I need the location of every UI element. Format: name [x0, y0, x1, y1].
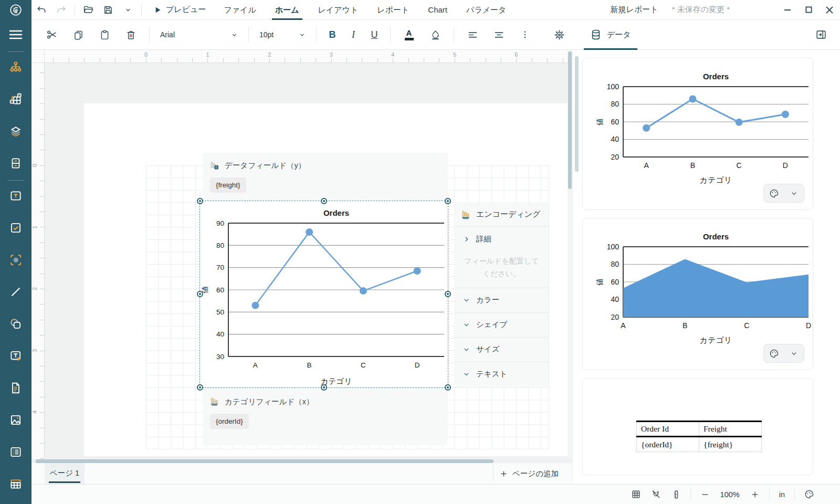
toggle-ruler-button[interactable] — [667, 487, 685, 502]
style-palette-button[interactable] — [764, 344, 784, 362]
toggle-grid-button[interactable] — [627, 487, 645, 502]
theme-palette-button[interactable] — [800, 487, 818, 502]
sidebar-item-richtext[interactable] — [0, 341, 32, 373]
maximize-button[interactable] — [798, 0, 819, 20]
sidebar-item-table[interactable] — [0, 469, 32, 501]
richtext-icon — [9, 349, 23, 365]
sidebar-item-image[interactable] — [0, 405, 32, 437]
sidebar-item-list[interactable] — [0, 437, 32, 469]
save-options-button[interactable] — [118, 0, 138, 20]
table-preview-card[interactable]: Order Id Freight {orderId} {freight} — [582, 378, 813, 475]
encoding-section-text[interactable]: テキスト — [455, 362, 549, 386]
resize-handle-nw[interactable] — [197, 198, 203, 204]
tab-report[interactable]: レポート — [368, 0, 418, 20]
svg-text:70: 70 — [216, 264, 224, 271]
vertical-scrollbar[interactable] — [568, 50, 572, 459]
main-menu-button[interactable] — [0, 20, 32, 51]
sidebar-item-chart[interactable] — [0, 245, 32, 277]
cut-button[interactable] — [43, 25, 61, 44]
sidebar-item-data-container[interactable] — [0, 148, 32, 180]
underline-button[interactable]: U — [364, 29, 385, 40]
encoding-section-detail[interactable]: 詳細 — [455, 226, 549, 251]
close-button[interactable] — [819, 0, 840, 20]
save-button[interactable] — [98, 0, 118, 20]
align-left-button[interactable] — [463, 25, 482, 44]
resize-handle-n[interactable] — [321, 198, 327, 204]
bold-button[interactable]: B — [322, 29, 343, 40]
more-options-button[interactable] — [516, 25, 534, 44]
field-chip-freight[interactable]: {freight} — [210, 177, 246, 193]
chart-capture-icon — [9, 253, 23, 269]
preview-button[interactable]: プレビュー — [145, 5, 214, 15]
tab-home[interactable]: ホーム — [266, 0, 309, 20]
resize-handle-w[interactable] — [197, 291, 203, 297]
sidebar-item-shapes[interactable] — [0, 309, 32, 341]
zoom-out-button[interactable] — [696, 487, 714, 502]
encoding-section-color[interactable]: カラー — [455, 288, 549, 312]
sidebar-item-wizard[interactable] — [0, 84, 32, 116]
vscroll-thumb[interactable] — [568, 51, 572, 189]
chart-preview-card-line[interactable]: Orders20406080100ABCDカテゴリ値 — [582, 58, 813, 210]
svg-text:D: D — [783, 161, 788, 170]
sidebar-item-line[interactable] — [0, 277, 32, 309]
horizontal-scrollbar[interactable] — [32, 459, 572, 463]
checkbox-icon — [9, 221, 23, 237]
align-center-icon — [494, 29, 505, 40]
chart-element-selected[interactable]: Orders30405060708090ABCDカテゴリ値 — [200, 201, 448, 387]
svg-text:50: 50 — [216, 308, 224, 316]
open-button[interactable] — [78, 0, 98, 20]
resize-handle-sw[interactable] — [197, 384, 203, 391]
panel-scrollbar-thumb[interactable] — [575, 56, 579, 172]
encoding-section-shape[interactable]: シェイプ — [455, 312, 549, 337]
italic-button[interactable]: I — [343, 29, 364, 40]
resize-handle-e[interactable] — [445, 291, 451, 297]
sidebar-item-textbox[interactable] — [0, 181, 32, 213]
size-section-label: サイズ — [476, 344, 500, 354]
tab-chart[interactable]: Chart — [418, 0, 457, 20]
zoom-in-button[interactable] — [746, 487, 764, 502]
sidebar-item-report-explorer[interactable] — [0, 52, 32, 84]
data-panel-tab[interactable]: データ — [580, 20, 642, 50]
copy-button[interactable] — [69, 25, 88, 44]
resize-handle-se[interactable] — [445, 384, 451, 391]
sidebar-item-checkbox[interactable] — [0, 213, 32, 245]
tab-layout[interactable]: レイアウト — [309, 0, 368, 20]
unit-selector[interactable]: in — [775, 490, 789, 499]
svg-text:30: 30 — [216, 353, 224, 361]
col-header-order-id: Order Id — [637, 422, 699, 437]
redo-button[interactable] — [51, 0, 71, 20]
svg-text:A: A — [644, 161, 649, 170]
tab-parameters[interactable]: パラメータ — [457, 0, 516, 20]
style-palette-button[interactable] — [764, 184, 784, 202]
toggle-snap-button[interactable] — [647, 487, 665, 502]
sidebar-item-subreport[interactable] — [0, 373, 32, 405]
resize-handle-s[interactable] — [321, 384, 327, 391]
expand-options-button[interactable] — [784, 184, 804, 202]
delete-button[interactable] — [121, 25, 140, 44]
font-color-button[interactable]: A — [400, 25, 418, 44]
expand-options-button[interactable] — [784, 344, 804, 362]
undo-button[interactable] — [32, 0, 51, 20]
encoding-section-size[interactable]: サイズ — [455, 337, 549, 362]
design-canvas[interactable]: 0123456 01234 データフィールド（y） {freight} — [32, 50, 572, 463]
svg-text:20: 20 — [611, 313, 619, 321]
fill-color-button[interactable] — [426, 25, 445, 44]
resize-handle-ne[interactable] — [445, 198, 451, 204]
ruler-icon — [671, 490, 681, 499]
chart-preview-card-area[interactable]: Orders20406080100ABCDカテゴリ値 — [582, 218, 813, 370]
fill-color-icon — [430, 29, 441, 40]
settings-button[interactable] — [550, 25, 569, 44]
hscroll-thumb[interactable] — [36, 459, 494, 463]
tab-file[interactable]: ファイル — [214, 0, 265, 20]
font-family-select[interactable]: Arial — [155, 30, 243, 39]
zoom-level[interactable]: 100% — [716, 490, 744, 499]
align-center-button[interactable] — [489, 25, 508, 44]
font-size-select[interactable]: 10pt — [254, 30, 311, 39]
paste-button[interactable] — [95, 25, 114, 44]
add-page-button[interactable]: ページの追加 — [493, 465, 565, 482]
collapse-panel-button[interactable] — [812, 25, 831, 44]
page-tab-1[interactable]: ページ 1 — [45, 463, 85, 484]
minimize-button[interactable] — [777, 0, 798, 20]
field-chip-orderid[interactable]: {orderId} — [210, 414, 249, 429]
sidebar-item-layers[interactable] — [0, 116, 32, 148]
